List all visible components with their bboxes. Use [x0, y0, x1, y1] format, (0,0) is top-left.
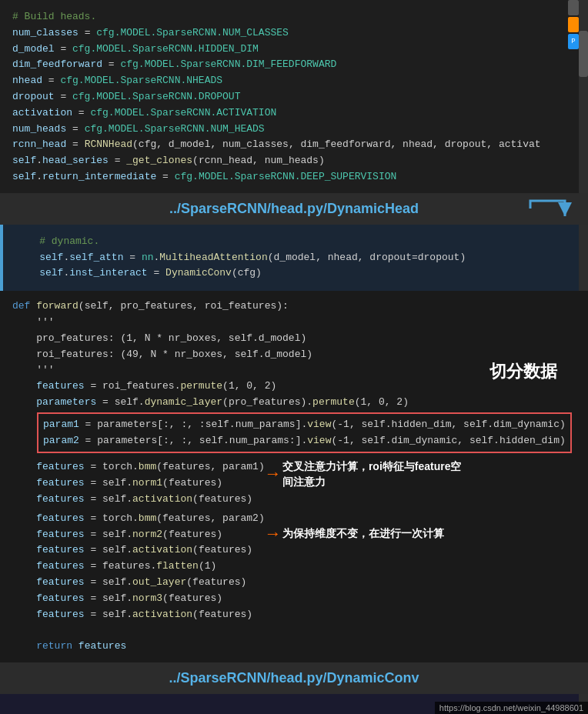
- annotation-dimension: → 为保持维度不变，在进行一次计算: [268, 525, 444, 544]
- page-container: P # Build heads. num_classes = cfg.MODEL…: [0, 0, 588, 714]
- annotation-text-2: 为保持维度不变，在进行一次计算: [282, 527, 444, 541]
- arrow-section-1: ../SparseRCNN/head.py/DynamicHead: [0, 193, 588, 225]
- bmm2-code: features = torch.bmm(features, param2) f…: [12, 511, 265, 559]
- url-bar: https://blog.csdn.net/weixin_44988601: [435, 702, 588, 714]
- annotation-qiefenshuju: 切分数据: [489, 360, 557, 383]
- forward-section: def forward(self, pro_features, roi_feat…: [0, 291, 588, 662]
- annotation-text-1: 交叉注意力计算，roi特征与feature空间注意力: [282, 459, 462, 489]
- bmm-row-1: features = torch.bmm(features, param1) f…: [12, 459, 565, 507]
- highlighted-params-box: param1 = parameters[:, :, :self.num_para…: [37, 412, 572, 454]
- browser-tab-1[interactable]: [568, 0, 579, 15]
- arrow-section-2: ../SparseRCNN/head.py/DynamicConv: [0, 662, 588, 694]
- bmm1-code: features = torch.bmm(features, param1) f…: [12, 459, 265, 507]
- arrow-inline-1: →: [268, 465, 278, 484]
- arrow-icon-1: [526, 193, 573, 224]
- dynamic-section: # dynamic. self.self_attn = nn.Multihead…: [0, 225, 588, 291]
- browser-tab-3[interactable]: P: [568, 34, 579, 49]
- build-heads-section: # Build heads. num_classes = cfg.MODEL.S…: [0, 0, 588, 193]
- dynamic-code: # dynamic. self.self_attn = nn.Multihead…: [15, 234, 565, 282]
- annotation-cross-attn: → 交叉注意力计算，roi特征与feature空间注意力: [268, 459, 462, 489]
- forward-code: def forward(self, pro_features, roi_feat…: [12, 299, 565, 411]
- url-text: https://blog.csdn.net/weixin_44988601: [439, 703, 583, 712]
- remaining-code: features = features.flatten(1) features …: [12, 559, 565, 655]
- arrow-label-2: ../SparseRCNN/head.py/DynamicConv: [169, 670, 419, 686]
- annotation-large-text: 切分数据: [489, 362, 557, 381]
- browser-tab-2[interactable]: [568, 17, 579, 32]
- bmm-row-2: features = torch.bmm(features, param2) f…: [12, 511, 565, 559]
- param-lines: param1 = parameters[:, :, :self.num_para…: [43, 417, 566, 449]
- scrollbar-thumb: [579, 31, 588, 77]
- arrow-inline-2: →: [268, 525, 278, 544]
- browser-tabs: P: [568, 0, 579, 49]
- build-heads-code: # Build heads. num_classes = cfg.MODEL.S…: [12, 9, 565, 185]
- arrow-label-1: ../SparseRCNN/head.py/DynamicHead: [169, 201, 419, 217]
